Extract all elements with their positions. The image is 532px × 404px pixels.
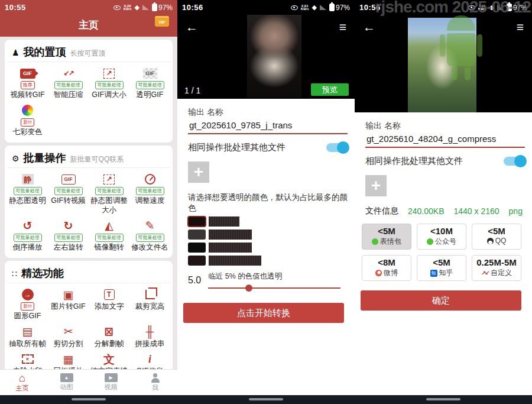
- home-indicator[interactable]: [249, 398, 283, 400]
- badge: 可批量处理: [95, 234, 124, 242]
- resize-icon: ↗: [103, 69, 115, 79]
- tile-mirror-flip[interactable]: ◭ 可批量处理 镜像翻转: [89, 218, 129, 255]
- scissors-icon: ✂: [64, 325, 73, 338]
- hamburger-menu-icon[interactable]: ≡: [339, 21, 346, 33]
- option-sticker[interactable]: <5M 表情包: [362, 224, 411, 250]
- grid-icon: ∷: [12, 269, 17, 279]
- output-name-input[interactable]: gt_2025610_9785_j_trans: [188, 118, 348, 134]
- option-target: 公众号: [435, 237, 456, 247]
- tile-gif-resize[interactable]: ↗ 可批量处理 GIF调大小: [89, 65, 129, 102]
- tile-adjust-speed[interactable]: 可批量处理 调整速度: [129, 171, 170, 217]
- tile-image-to-gif[interactable]: ▣ 图片转GIF: [48, 286, 89, 324]
- tile-label: 分解删帧: [95, 340, 124, 349]
- color-swatch[interactable]: [188, 230, 206, 240]
- tile-rainbow-color[interactable]: 新!!! 七彩变色: [7, 102, 48, 140]
- tile-circle-gif[interactable]: → 新!!! 圆形GIF: [7, 286, 48, 324]
- tile-video-to-gif[interactable]: GIF 推荐 视频转GIF: [7, 65, 48, 102]
- output-name-label: 输出 名称: [365, 121, 526, 131]
- tolerance-label: 临近 5% 的色值也透明: [208, 272, 282, 280]
- batch-toggle[interactable]: [504, 157, 526, 166]
- start-convert-button[interactable]: 点击开始转换: [183, 303, 344, 323]
- badge: 可批量处理: [54, 81, 83, 89]
- nav-videos[interactable]: ▶ 视频: [89, 370, 133, 395]
- tolerance-slider[interactable]: [208, 284, 340, 292]
- badge: 可批量处理: [136, 81, 164, 89]
- color-proportion-bar: [209, 256, 261, 266]
- system-navbar[interactable]: [0, 395, 532, 404]
- badge: 新!!!: [21, 118, 34, 127]
- badge: 可批量处理: [95, 187, 124, 195]
- back-arrow-icon[interactable]: ←: [186, 21, 198, 33]
- option-qq[interactable]: <5M QQ: [472, 224, 521, 250]
- tile-label: 视频转GIF: [10, 91, 44, 100]
- panel-home: 10:55 6.29KB/s ◆ 97% 主页 VIP ♟ 我的置顶 长按可置顶: [0, 0, 177, 404]
- vpn-shield-icon: ◆: [312, 4, 317, 11]
- nav-me[interactable]: 我: [133, 370, 177, 395]
- color-swatch[interactable]: [188, 256, 206, 266]
- transparent-gif-icon: GIF: [143, 68, 157, 79]
- section-title: 精选功能: [21, 266, 64, 280]
- nav-gifs[interactable]: ▲ 动图: [44, 370, 89, 395]
- option-official-account[interactable]: <10M 公众号: [417, 224, 466, 250]
- tile-label: 添加文字: [95, 302, 124, 312]
- output-name-input[interactable]: gt_2025610_48204_g_compress: [365, 131, 525, 148]
- compress-arrows-icon: ↙↗: [63, 67, 73, 80]
- tile-label: 图片转GIF: [51, 302, 85, 312]
- tile-extract-frames[interactable]: ▤ 抽取所有帧: [7, 324, 48, 351]
- preview-image[interactable]: [247, 15, 301, 98]
- badge: 可批量处理: [54, 234, 83, 242]
- video-to-gif-icon: GIF: [20, 69, 35, 79]
- tile-label: 拼接成串: [135, 340, 165, 349]
- add-file-button[interactable]: +: [365, 175, 387, 196]
- color-row: [188, 216, 349, 227]
- circle-arrow-icon: →: [22, 289, 34, 300]
- wechat-icon: [372, 238, 378, 245]
- color-swatch[interactable]: [188, 243, 206, 253]
- confirm-button[interactable]: 确定: [361, 290, 521, 311]
- tile-smart-compress[interactable]: ↙↗ 可批量处理 智能压缩: [48, 65, 89, 102]
- tile-label: 调整速度: [135, 196, 165, 206]
- tile-cut-split[interactable]: ✂ 剪切分割: [48, 324, 89, 351]
- tile-label: 七彩变色: [13, 128, 43, 137]
- option-zhihu[interactable]: <5M 知知乎: [417, 255, 466, 281]
- tile-rename-file[interactable]: ✎ 可批量处理 修改文件名: [129, 218, 170, 255]
- rotate-icon: ↻: [64, 219, 73, 232]
- tile-splice-chain[interactable]: ╫ 拼接成串: [129, 324, 170, 351]
- tile-reverse-play[interactable]: ↺ 可批量处理 倒序播放: [7, 218, 48, 255]
- panel-transparent-tool: 10:56 2.01KB/s ◆ 97% ← ≡ 1 / 1 预览 输出 名称 …: [177, 0, 355, 404]
- tile-crop-wh[interactable]: 裁剪宽高: [129, 286, 170, 324]
- tile-transparent-gif[interactable]: GIF 可批量处理 透明GIF: [129, 65, 170, 102]
- tile-static-transparent[interactable]: 静 可批量处理 静态图透明: [7, 171, 48, 217]
- badge: 可批量处理: [14, 187, 42, 195]
- preview-button[interactable]: 预览: [311, 83, 349, 96]
- section-batch: ⚙ 批量操作 新批量可QQ联系 静 可批量处理 静态图透明 GIF 可批量处理 …: [5, 146, 173, 258]
- text-box-icon: T: [104, 289, 115, 300]
- home-indicator[interactable]: [426, 398, 460, 400]
- add-file-button[interactable]: +: [188, 161, 209, 183]
- slider-thumb[interactable]: [245, 285, 252, 292]
- batch-toggle-label: 相同操作批处理其他文件: [188, 142, 286, 153]
- file-info-label: 文件信息: [365, 206, 398, 216]
- tile-static-resize[interactable]: ↗ 可批量处理 静态图调整大小: [89, 171, 129, 217]
- color-swatch[interactable]: [188, 216, 206, 227]
- tile-delete-frames[interactable]: ⊠ 分解删帧: [89, 324, 129, 351]
- option-size: <5M: [472, 226, 521, 236]
- vip-icon[interactable]: VIP: [155, 16, 169, 27]
- batch-toggle[interactable]: [326, 143, 349, 152]
- tile-gif-to-video[interactable]: GIF 可批量处理 GIF转视频: [48, 171, 89, 217]
- mirror-icon: ◭: [105, 219, 113, 232]
- back-arrow-icon[interactable]: ←: [363, 21, 375, 33]
- resize-icon: ↗: [103, 174, 115, 185]
- color-select-prompt: 请选择想要透明的颜色，默认为占比最多的颜色: [188, 192, 349, 214]
- nav-home[interactable]: ⌂ 主页: [0, 370, 44, 395]
- custom-arrows-icon: ↗↙: [481, 270, 489, 276]
- tile-label: GIF调大小: [92, 91, 126, 100]
- wechat-icon: [427, 238, 433, 245]
- option-weibo[interactable]: <8M 微博: [362, 255, 411, 281]
- option-custom[interactable]: 0.25M-5M ↗↙自定义: [472, 255, 521, 281]
- tile-add-text[interactable]: T 添加文字: [89, 286, 129, 324]
- tile-rotate-lr[interactable]: ↻ 可批量处理 左右旋转: [48, 218, 89, 255]
- hamburger-menu-icon[interactable]: ≡: [517, 21, 524, 33]
- option-size: 0.25M-5M: [472, 257, 521, 267]
- home-indicator[interactable]: [72, 398, 106, 400]
